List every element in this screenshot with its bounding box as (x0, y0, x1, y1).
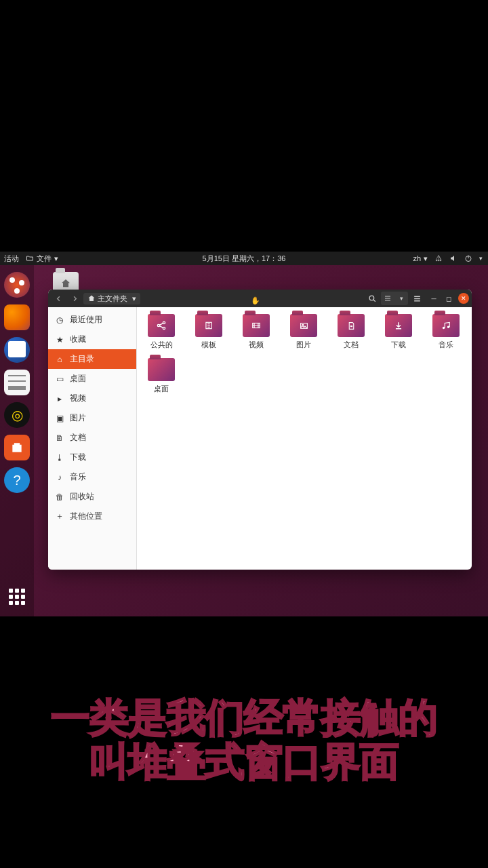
sidebar-item-other[interactable]: ＋其他位置 (48, 507, 136, 526)
sidebar-item-pictures[interactable]: ▣图片 (48, 408, 136, 428)
template-icon (195, 314, 222, 337)
nav-back-button[interactable] (51, 292, 66, 305)
document-icon (338, 314, 365, 337)
home-icon (58, 277, 73, 290)
trash-icon: 🗑 (55, 492, 64, 502)
share-icon (148, 314, 175, 337)
plus-icon: ＋ (55, 511, 64, 522)
folder-icon (26, 254, 34, 262)
chevron-down-icon[interactable]: ▾ (394, 292, 408, 305)
sidebar-item-desktop[interactable]: ▭桌面 (48, 369, 136, 389)
chevron-down-icon: ▾ (132, 294, 136, 303)
desktop-screen: 活动 文件 ▾ 5月15日 星期六，17：36 zh ▾ ▾ ◎ (0, 252, 488, 616)
video-icon: ▸ (55, 394, 64, 403)
music-icon (432, 314, 460, 337)
maximize-button[interactable]: ◻ (443, 293, 454, 304)
nav-forward-button[interactable] (67, 292, 82, 305)
download-icon: ⭳ (55, 453, 64, 462)
sidebar-item-music[interactable]: ♪音乐 (48, 467, 136, 487)
dock-ubuntu-icon[interactable] (4, 272, 30, 298)
dock: ◎ ? (0, 265, 34, 616)
folder-pictures[interactable]: 图片 (283, 314, 324, 350)
top-panel: 活动 文件 ▾ 5月15日 星期六，17：36 zh ▾ ▾ (0, 252, 488, 265)
chevron-down-icon: ▾ (54, 254, 58, 263)
volume-icon[interactable] (449, 254, 458, 262)
chevron-down-icon: ▾ (479, 255, 483, 262)
sidebar-item-downloads[interactable]: ⭳下载 (48, 448, 136, 467)
search-button[interactable] (365, 292, 380, 305)
close-button[interactable]: ✕ (458, 293, 469, 304)
list-view-icon[interactable] (381, 292, 394, 305)
folder-downloads[interactable]: 下载 (378, 314, 419, 350)
clock[interactable]: 5月15日 星期六，17：36 (203, 254, 286, 264)
svg-point-2 (440, 260, 441, 262)
image-icon: ▣ (55, 414, 64, 423)
subtitle-overlay: 一类是我们经常接触的 叫堆叠式窗口界面 (0, 696, 488, 784)
app-menu[interactable]: 文件 ▾ (26, 254, 58, 264)
subtitle-line-1: 一类是我们经常接触的 (0, 696, 488, 740)
dock-help-icon[interactable]: ? (4, 467, 30, 493)
sidebar-item-trash[interactable]: 🗑回收站 (48, 487, 136, 507)
sidebar-item-starred[interactable]: ★收藏 (48, 330, 136, 349)
folder-public[interactable]: 公共的 (141, 314, 182, 350)
path-label: 主文件夹 (98, 294, 127, 304)
home-icon: ⌂ (55, 355, 64, 364)
activities-button[interactable]: 活动 (4, 254, 19, 264)
svg-point-0 (436, 260, 437, 262)
video-icon (243, 314, 270, 337)
path-bar[interactable]: 主文件夹 ▾ (83, 293, 140, 304)
music-icon: ♪ (55, 473, 64, 482)
sidebar-item-home[interactable]: ⌂主目录 (48, 349, 136, 369)
folder-videos[interactable]: 视频 (236, 314, 277, 350)
clock-icon: ◷ (55, 315, 64, 325)
document-icon: 🗎 (55, 433, 64, 443)
view-switcher[interactable]: ▾ (381, 292, 408, 305)
folder-grid: 公共的 模板 视频 图片 文档 下载 音乐 桌面 (137, 307, 472, 570)
cursor-icon: ✋ (251, 296, 260, 305)
home-icon (87, 294, 96, 302)
star-icon: ★ (55, 335, 64, 344)
subtitle-line-2: 叫堆叠式窗口界面 (0, 740, 488, 784)
power-icon[interactable] (464, 254, 472, 262)
desktop-icon: ▭ (55, 374, 64, 384)
folder-music[interactable]: 音乐 (426, 314, 466, 350)
network-icon[interactable] (434, 254, 443, 262)
download-icon (385, 314, 412, 337)
svg-point-1 (438, 260, 439, 262)
dock-software-icon[interactable] (4, 435, 30, 460)
hamburger-menu-button[interactable] (409, 292, 424, 305)
input-source[interactable]: zh ▾ (413, 254, 428, 263)
file-manager-window: 主文件夹 ▾ ▾ ─ ◻ ✕ ◷最近使用 ★收藏 ⌂主目录 ▭桌面 ▸视频 ▣图… (48, 290, 472, 570)
folder-documents[interactable]: 文档 (331, 314, 371, 350)
dock-files-icon[interactable] (4, 370, 30, 395)
sidebar: ◷最近使用 ★收藏 ⌂主目录 ▭桌面 ▸视频 ▣图片 🗎文档 ⭳下载 ♪音乐 🗑… (48, 307, 137, 570)
dock-firefox-icon[interactable] (4, 304, 30, 330)
dock-show-apps[interactable] (4, 584, 30, 610)
dock-thunderbird-icon[interactable] (4, 337, 30, 363)
minimize-button[interactable]: ─ (428, 293, 439, 304)
svg-point-4 (369, 296, 374, 300)
sidebar-item-recent[interactable]: ◷最近使用 (48, 310, 136, 330)
chevron-down-icon: ▾ (424, 254, 428, 263)
image-icon (290, 314, 317, 337)
folder-templates[interactable]: 模板 (188, 314, 229, 350)
dock-rhythmbox-icon[interactable]: ◎ (4, 402, 30, 428)
app-menu-label: 文件 (37, 254, 52, 264)
sidebar-item-documents[interactable]: 🗎文档 (48, 428, 136, 448)
folder-desktop[interactable]: 桌面 (141, 358, 182, 394)
sidebar-item-videos[interactable]: ▸视频 (48, 389, 136, 408)
